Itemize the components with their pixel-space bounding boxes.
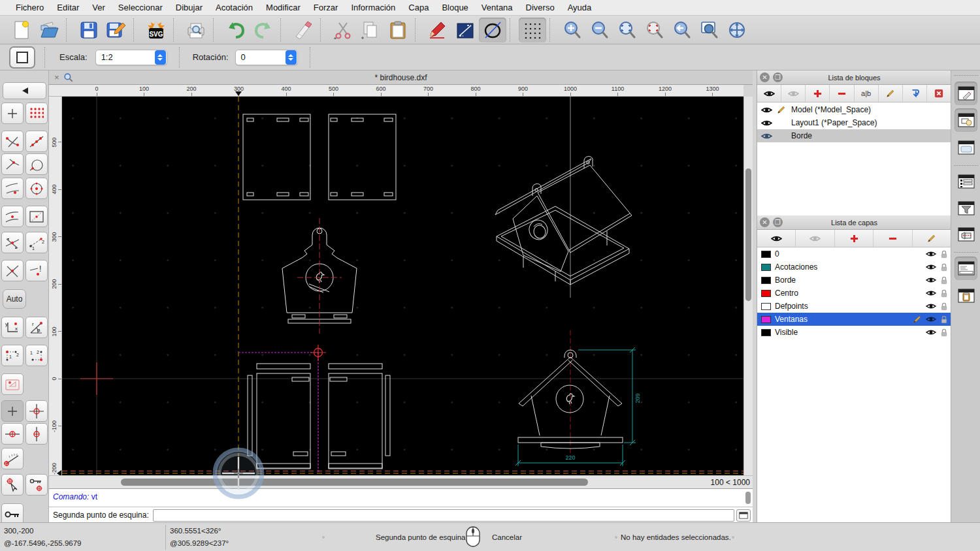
snap-distance-button[interactable]: 12	[25, 232, 48, 253]
layers-panel-float-button[interactable]: ❒	[773, 217, 783, 227]
canvas-horizontal-scrollbar[interactable]	[49, 475, 702, 488]
export-svg-button[interactable]: SVG	[142, 18, 170, 42]
redo-button[interactable]	[250, 18, 277, 42]
save-as-button[interactable]	[103, 18, 130, 42]
snap-grid-button[interactable]	[25, 102, 48, 124]
clipboard-panel-toggle[interactable]	[955, 284, 977, 307]
command-input[interactable]	[153, 509, 734, 522]
layers-show-all-button[interactable]	[757, 230, 796, 247]
layers-remove-button[interactable]	[874, 230, 912, 247]
snap-center-button[interactable]	[25, 178, 48, 199]
open-file-button[interactable]	[35, 18, 63, 42]
eye-icon[interactable]	[926, 328, 936, 336]
command-history-scrollbar[interactable]	[745, 492, 751, 504]
print-preview-button[interactable]	[182, 18, 210, 42]
set-relative-zero-button[interactable]	[1, 474, 24, 496]
block-row-layout1[interactable]: Layout1 (*Paper_Space)	[757, 116, 951, 129]
menu-acotacion[interactable]: Acotación	[209, 3, 259, 12]
snap-on-entity-button[interactable]	[25, 131, 48, 152]
zoom-window-button[interactable]	[696, 18, 723, 42]
menu-bloque[interactable]: Bloque	[435, 3, 474, 12]
menu-modificar[interactable]: Modificar	[259, 3, 307, 12]
layer-row-centro[interactable]: Centro	[757, 287, 951, 300]
block-row-borde[interactable]: Borde	[757, 129, 951, 142]
snap-perpendicular-button[interactable]	[1, 153, 24, 175]
grid-toggle-button[interactable]	[519, 18, 546, 42]
stepper-icon[interactable]	[155, 50, 166, 65]
blocks-delete-button[interactable]	[927, 85, 951, 102]
layers-panel-close-button[interactable]: ✕	[760, 217, 770, 227]
selection-filter-toggle[interactable]	[955, 197, 977, 220]
new-file-button[interactable]	[8, 18, 35, 42]
snap-intersection-auto-button[interactable]	[1, 232, 24, 253]
zoom-in-button[interactable]	[559, 18, 586, 42]
blocks-insert-button[interactable]	[903, 85, 927, 102]
library-browser-toggle[interactable]	[955, 136, 977, 159]
snap-auto-button[interactable]: Auto	[3, 289, 26, 309]
layer-row-visible[interactable]: Visible	[757, 326, 951, 339]
lock-icon[interactable]	[940, 276, 948, 285]
restrict-vertical-button[interactable]	[25, 423, 48, 445]
zoom-previous-button[interactable]	[668, 18, 696, 42]
ellipse-tool-button[interactable]	[479, 18, 506, 42]
restrict-orthogonal-button[interactable]	[25, 400, 48, 422]
menu-diverso[interactable]: Diverso	[519, 3, 561, 12]
menu-editar[interactable]: Editar	[50, 3, 86, 12]
blocks-add-button[interactable]	[806, 85, 830, 102]
menu-ver[interactable]: Ver	[86, 3, 112, 12]
eye-icon[interactable]	[926, 263, 936, 271]
blocks-panel-close-button[interactable]: ✕	[760, 72, 770, 82]
zoom-out-button[interactable]	[586, 18, 613, 42]
layer-row-ventanas[interactable]: Ventanas	[757, 313, 951, 326]
back-button[interactable]	[3, 82, 46, 99]
lock-icon[interactable]	[940, 289, 948, 298]
lock-icon[interactable]	[940, 263, 948, 272]
eye-icon[interactable]	[926, 276, 936, 284]
paste-button[interactable]	[384, 18, 412, 42]
menu-capa[interactable]: Capa	[402, 3, 435, 12]
roof-panel-b[interactable]	[329, 114, 396, 200]
menu-fichero[interactable]: Fichero	[9, 3, 50, 12]
menu-dibujar[interactable]: Dibujar	[169, 3, 209, 12]
restrict-nothing-button[interactable]	[1, 400, 24, 422]
window-option-button[interactable]	[9, 46, 35, 69]
zoom-pan-button[interactable]	[723, 18, 751, 42]
eye-icon[interactable]	[926, 315, 936, 323]
zoom-auto-button[interactable]	[613, 18, 641, 42]
relative-cartesian-button[interactable]: 12	[1, 345, 24, 366]
eye-icon[interactable]	[761, 132, 772, 140]
relative-polar-button[interactable]: 12	[25, 345, 48, 366]
undo-button[interactable]	[222, 18, 250, 42]
coordinate-cartesian-button[interactable]: yx	[1, 317, 24, 338]
eye-icon[interactable]	[926, 289, 936, 297]
snap-restrict-button[interactable]	[25, 206, 48, 227]
menu-seleccionar[interactable]: Seleccionar	[112, 3, 169, 12]
layers-add-button[interactable]	[835, 230, 874, 247]
eye-icon[interactable]	[926, 302, 936, 310]
line-tool-button[interactable]	[451, 18, 479, 42]
snap-exclusive-button[interactable]	[1, 373, 24, 395]
erase-button[interactable]	[289, 18, 317, 42]
blocks-hide-all-button[interactable]	[781, 85, 806, 102]
layers-hide-all-button[interactable]	[796, 230, 834, 247]
menu-forzar[interactable]: Forzar	[307, 3, 345, 12]
save-button[interactable]	[75, 18, 103, 42]
wall-panel-b[interactable]	[329, 364, 390, 469]
blocks-remove-button[interactable]	[830, 85, 854, 102]
command-line-toggle[interactable]	[955, 257, 977, 280]
layers-edit-button[interactable]	[913, 230, 951, 247]
property-editor-toggle[interactable]	[955, 82, 977, 105]
menu-ayuda[interactable]: Ayuda	[561, 3, 598, 12]
snap-free-button[interactable]	[1, 102, 24, 124]
angle-snap-button[interactable]	[1, 448, 24, 469]
lock-icon[interactable]	[940, 328, 948, 337]
lock-icon[interactable]	[940, 302, 948, 311]
eye-icon[interactable]	[926, 250, 936, 258]
menu-ventana[interactable]: Ventana	[475, 3, 519, 12]
roof-panel-a[interactable]	[243, 114, 310, 200]
snap-intersection-manual-button[interactable]: !	[25, 260, 48, 281]
layer-row-borde[interactable]: Borde	[757, 274, 951, 287]
wall-panel-a[interactable]	[248, 364, 310, 469]
snap-endpoints-button[interactable]	[1, 131, 24, 152]
lock-icon[interactable]	[940, 250, 948, 259]
